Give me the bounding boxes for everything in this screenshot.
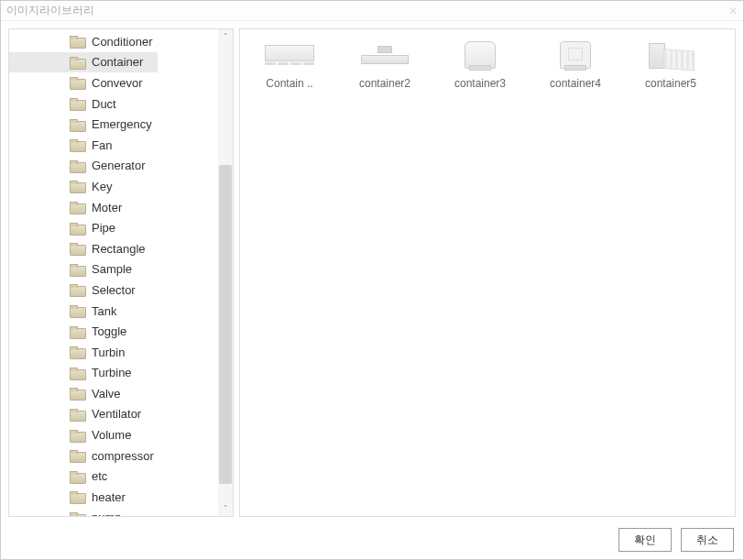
tree-item-turbin[interactable]: Turbin	[9, 342, 218, 363]
tree-item-tank[interactable]: Tank	[9, 301, 218, 322]
thumbnail-label: container3	[454, 77, 506, 90]
thumbnail-item[interactable]: container5	[627, 38, 715, 90]
container-icon	[550, 38, 601, 71]
container-icon	[645, 38, 696, 71]
tree-item-label: Duct	[92, 97, 116, 111]
tree-item-ventilator[interactable]: Ventilator	[9, 404, 218, 425]
folder-icon	[70, 181, 84, 192]
image-library-window: 이미지라이브러리 ✕ ConditionerContainerConvevorD…	[0, 0, 744, 560]
scroll-up-arrow-icon[interactable]: ˄	[218, 29, 233, 44]
tree-item-emergency[interactable]: Emergency	[9, 114, 218, 135]
tree-item-compressor[interactable]: compressor	[9, 445, 218, 467]
folder-icon	[70, 36, 84, 47]
folder-icon	[70, 119, 84, 130]
tree-item-pipe[interactable]: Pipe	[9, 217, 218, 238]
tree-item-convevor[interactable]: Convevor	[9, 72, 218, 93]
category-tree[interactable]: ConditionerContainerConvevorDuctEmergenc…	[9, 29, 218, 516]
tree-item-fan[interactable]: Fan	[9, 135, 218, 156]
thumbnail-item[interactable]: container2	[341, 38, 429, 90]
tree-item-pump[interactable]: pump	[9, 508, 218, 516]
tree-item-label: compressor	[92, 449, 154, 463]
folder-icon	[70, 450, 84, 461]
tree-item-moter[interactable]: Moter	[9, 197, 218, 218]
thumbnail-item[interactable]: container3	[436, 38, 524, 90]
tree-item-label: Tank	[92, 304, 116, 318]
folder-icon	[70, 326, 84, 337]
tree-item-label: Pipe	[92, 221, 115, 235]
titlebar: 이미지라이브러리 ✕	[1, 1, 743, 21]
tree-item-key[interactable]: Key	[9, 176, 218, 197]
folder-icon	[70, 512, 84, 516]
tree-item-turbine[interactable]: Turbine	[9, 363, 218, 384]
thumbnail-item[interactable]: Contain ..	[246, 38, 334, 90]
tree-item-label: Turbin	[92, 346, 125, 359]
folder-icon	[70, 57, 84, 68]
tree-item-label: etc	[92, 469, 107, 483]
tree-item-label: pump	[92, 511, 122, 516]
footer: 확인 취소	[1, 526, 743, 559]
tree-item-label: Volume	[92, 428, 131, 442]
tree-item-container[interactable]: Container	[9, 52, 158, 73]
tree-item-label: Selector	[92, 283, 136, 297]
scroll-down-arrow-icon[interactable]: ˅	[218, 501, 233, 516]
tree-item-label: Toggle	[92, 324, 126, 338]
thumbnail-label: Contain ..	[266, 77, 312, 90]
folder-icon	[70, 409, 84, 420]
thumbnail-label: container4	[550, 77, 601, 90]
folder-icon	[70, 491, 84, 502]
folder-icon	[70, 305, 84, 316]
cancel-button[interactable]: 취소	[681, 528, 734, 552]
tree-item-label: heater	[92, 490, 126, 504]
tree-item-label: Rectangle	[92, 242, 146, 256]
thumbnail-label: container2	[359, 77, 410, 90]
close-button[interactable]: ✕	[723, 2, 743, 20]
folder-icon	[70, 368, 84, 379]
body: ConditionerContainerConvevorDuctEmergenc…	[1, 21, 743, 526]
folder-icon	[70, 77, 84, 88]
folder-icon	[70, 430, 84, 441]
tree-item-valve[interactable]: Valve	[9, 383, 218, 404]
tree-scrollbar[interactable]: ˄ ˅	[218, 29, 233, 516]
folder-icon	[70, 264, 84, 275]
tree-item-heater[interactable]: heater	[9, 487, 218, 508]
container-icon	[454, 38, 506, 71]
folder-icon	[70, 388, 84, 399]
tree-item-label: Fan	[92, 138, 112, 152]
thumbnail-item[interactable]: container4	[531, 38, 619, 90]
container-icon	[264, 38, 315, 71]
folder-icon	[70, 160, 84, 171]
thumbnail-panel: Contain .. container2 container3	[239, 28, 736, 517]
tree-item-rectangle[interactable]: Rectangle	[9, 238, 218, 259]
folder-icon	[70, 202, 84, 213]
folder-icon	[70, 243, 84, 254]
scrollbar-thumb[interactable]	[219, 165, 232, 484]
folder-icon	[70, 139, 84, 150]
tree-item-label: Conditioner	[92, 35, 153, 49]
folder-icon	[70, 284, 84, 295]
tree-item-label: Emergency	[92, 117, 152, 131]
tree-item-generator[interactable]: Generator	[9, 156, 218, 177]
tree-item-label: Ventilator	[92, 407, 141, 421]
tree-item-selector[interactable]: Selector	[9, 280, 218, 301]
tree-item-label: Container	[92, 55, 143, 69]
tree-item-sample[interactable]: Sample	[9, 259, 218, 280]
tree-item-label: Convevor	[92, 76, 143, 90]
folder-icon	[70, 223, 84, 234]
tree-item-toggle[interactable]: Toggle	[9, 321, 218, 342]
ok-button[interactable]: 확인	[618, 528, 672, 552]
tree-item-label: Generator	[92, 159, 146, 172]
category-tree-panel: ConditionerContainerConvevorDuctEmergenc…	[8, 28, 234, 517]
thumbnail-list: Contain .. container2 container3	[246, 38, 729, 90]
tree-item-volume[interactable]: Volume	[9, 424, 218, 445]
tree-item-label: Moter	[92, 201, 122, 214]
thumbnail-label: container5	[645, 77, 696, 90]
folder-icon	[70, 471, 84, 482]
window-title: 이미지라이브러리	[6, 3, 94, 18]
tree-item-label: Turbine	[92, 366, 132, 379]
tree-item-conditioner[interactable]: Conditioner	[9, 31, 218, 52]
tree-item-etc[interactable]: etc	[9, 466, 218, 487]
close-icon: ✕	[728, 5, 738, 17]
tree-item-label: Sample	[92, 262, 132, 276]
tree-item-label: Valve	[92, 387, 121, 401]
tree-item-duct[interactable]: Duct	[9, 93, 218, 115]
